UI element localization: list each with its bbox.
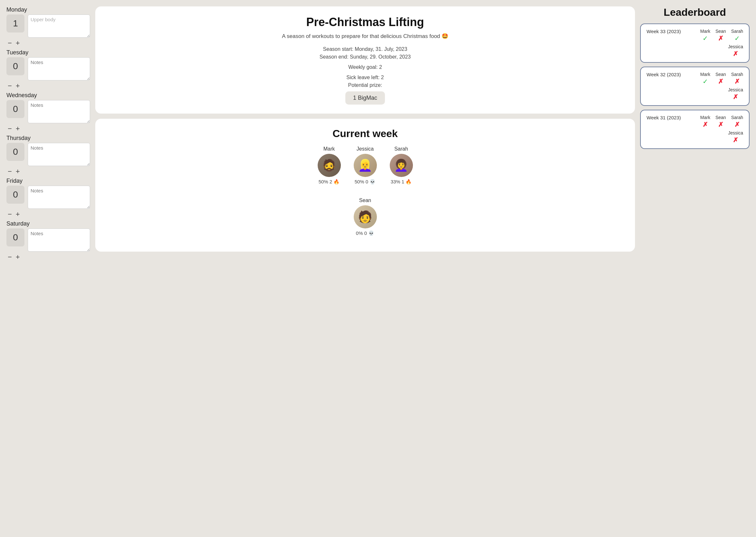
lb-col-jessica-1: Jessica ✗ bbox=[728, 87, 743, 101]
day-controls-1: 0 bbox=[6, 57, 90, 80]
increment-button-2[interactable]: + bbox=[16, 125, 20, 132]
lb-top-row-0: Mark ✓ Sean ✗ Sarah ✓ bbox=[684, 29, 743, 42]
increment-button-3[interactable]: + bbox=[16, 168, 20, 175]
lb-week-label-1: Week 32 (2023) bbox=[647, 72, 681, 77]
lb-col-sarah-1: Sarah ✗ bbox=[731, 72, 743, 85]
cw-member-name-2: Sarah bbox=[394, 146, 408, 152]
current-week-members: Mark 🧔 50% 2 🔥 Jessica 👱‍♀️ 50% 0 💀 Sara… bbox=[105, 146, 625, 236]
leaderboard-weeks: Week 33 (2023) Mark ✓ Sean ✗ Sarah ✓ bbox=[640, 23, 750, 149]
lb-week-row-1: Week 32 (2023) Mark ✓ Sean ✗ Sarah ✗ bbox=[647, 72, 743, 101]
day-label-0: Monday bbox=[6, 6, 90, 13]
day-controls-4: 0 bbox=[6, 186, 90, 209]
lb-col-mark-1: Mark ✓ bbox=[700, 72, 710, 85]
lb-col-jessica-0: Jessica ✗ bbox=[728, 44, 743, 58]
notes-textarea-2[interactable] bbox=[28, 100, 90, 123]
day-thursday: Thursday 0 − + bbox=[6, 135, 90, 175]
lb-week-row-0: Week 33 (2023) Mark ✓ Sean ✗ Sarah ✓ bbox=[647, 29, 743, 58]
lb-week-1: Week 32 (2023) Mark ✓ Sean ✗ Sarah ✗ bbox=[640, 66, 750, 106]
avatar-sean: 🧑 bbox=[354, 205, 377, 228]
prize-label: Potential prize: bbox=[105, 82, 625, 88]
season-title: Pre-Christmas Lifting bbox=[105, 16, 625, 29]
lb-col-sean-0: Sean ✗ bbox=[715, 29, 726, 42]
day-tuesday: Tuesday 0 − + bbox=[6, 49, 90, 90]
lb-week-0: Week 33 (2023) Mark ✓ Sean ✗ Sarah ✓ bbox=[640, 23, 750, 63]
cw-member-name-1: Jessica bbox=[357, 146, 374, 152]
current-week-card: Current week Mark 🧔 50% 2 🔥 Jessica 👱‍♀️… bbox=[95, 119, 635, 252]
lb-col-sean-1: Sean ✗ bbox=[715, 72, 726, 85]
cw-member-sarah: Sarah 👩‍🦱 33% 1 🔥 bbox=[390, 146, 413, 185]
decrement-button-4[interactable]: − bbox=[8, 211, 12, 218]
cw-member-stats-0: 50% 2 🔥 bbox=[318, 179, 340, 185]
cw-member-stats-3: 0% 0 💀 bbox=[356, 230, 374, 236]
day-stepper-3: − + bbox=[6, 168, 90, 175]
weekly-goal: Weekly goal: 2 bbox=[105, 64, 625, 70]
lb-week-label-2: Week 31 (2023) bbox=[647, 115, 681, 120]
decrement-button-5[interactable]: − bbox=[8, 254, 12, 261]
day-stepper-2: − + bbox=[6, 125, 90, 132]
middle-column: Pre-Christmas Lifting A season of workou… bbox=[95, 6, 635, 531]
lb-bottom-row-1: Jessica ✗ bbox=[684, 87, 743, 101]
lb-col-sean-2: Sean ✗ bbox=[715, 115, 726, 128]
day-label-3: Thursday bbox=[6, 135, 90, 142]
increment-button-0[interactable]: + bbox=[16, 40, 20, 47]
lb-week-2: Week 31 (2023) Mark ✗ Sean ✗ Sarah ✗ bbox=[640, 110, 750, 149]
lb-col-jessica-2: Jessica ✗ bbox=[728, 130, 743, 144]
lb-week-members-0: Mark ✓ Sean ✗ Sarah ✓ Jessica ✗ bbox=[684, 29, 743, 58]
current-week-title: Current week bbox=[105, 128, 625, 140]
notes-textarea-3[interactable] bbox=[28, 143, 90, 166]
lb-top-row-2: Mark ✗ Sean ✗ Sarah ✗ bbox=[684, 115, 743, 128]
day-count-5: 0 bbox=[6, 228, 24, 246]
decrement-button-1[interactable]: − bbox=[8, 82, 12, 90]
day-stepper-5: − + bbox=[6, 254, 90, 261]
notes-textarea-4[interactable] bbox=[28, 186, 90, 209]
cw-members-row1: Mark 🧔 50% 2 🔥 Jessica 👱‍♀️ 50% 0 💀 Sara… bbox=[105, 146, 625, 185]
right-column: Leaderboard Week 33 (2023) Mark ✓ Sean ✗… bbox=[640, 6, 750, 531]
day-saturday: Saturday 0 − + bbox=[6, 221, 90, 261]
sick-leave: Sick leave left: 2 bbox=[105, 75, 625, 80]
lb-week-label-0: Week 33 (2023) bbox=[647, 29, 681, 34]
decrement-button-3[interactable]: − bbox=[8, 168, 12, 175]
season-card: Pre-Christmas Lifting A season of workou… bbox=[95, 6, 635, 113]
lb-col-sarah-2: Sarah ✗ bbox=[731, 115, 743, 128]
day-label-2: Wednesday bbox=[6, 92, 90, 99]
lb-bottom-row-0: Jessica ✗ bbox=[684, 44, 743, 58]
day-label-1: Tuesday bbox=[6, 49, 90, 56]
day-wednesday: Wednesday 0 − + bbox=[6, 92, 90, 132]
lb-col-mark-0: Mark ✓ bbox=[700, 29, 710, 42]
increment-button-4[interactable]: + bbox=[16, 211, 20, 218]
day-count-0: 1 bbox=[6, 15, 24, 32]
lb-bottom-row-2: Jessica ✗ bbox=[684, 130, 743, 144]
increment-button-1[interactable]: + bbox=[16, 82, 20, 90]
lb-col-sarah-0: Sarah ✓ bbox=[731, 29, 743, 42]
day-count-2: 0 bbox=[6, 100, 24, 118]
day-count-4: 0 bbox=[6, 186, 24, 204]
lb-top-row-1: Mark ✓ Sean ✗ Sarah ✗ bbox=[684, 72, 743, 85]
day-label-5: Saturday bbox=[6, 221, 90, 227]
day-friday: Friday 0 − + bbox=[6, 178, 90, 218]
day-count-3: 0 bbox=[6, 143, 24, 161]
notes-textarea-1[interactable] bbox=[28, 57, 90, 80]
day-controls-2: 0 bbox=[6, 100, 90, 123]
lb-col-mark-2: Mark ✗ bbox=[700, 115, 710, 128]
day-controls-3: 0 bbox=[6, 143, 90, 166]
prize-value: 1 BigMac bbox=[345, 91, 385, 104]
season-description: A season of workouts to prepare for that… bbox=[105, 32, 625, 41]
notes-textarea-0[interactable]: Upper body bbox=[28, 15, 90, 38]
decrement-button-0[interactable]: − bbox=[8, 40, 12, 47]
decrement-button-2[interactable]: − bbox=[8, 125, 12, 132]
day-label-4: Friday bbox=[6, 178, 90, 185]
day-controls-5: 0 bbox=[6, 228, 90, 252]
day-stepper-0: − + bbox=[6, 40, 90, 47]
day-stepper-1: − + bbox=[6, 82, 90, 90]
increment-button-5[interactable]: + bbox=[16, 254, 20, 261]
cw-member-sean: Sean 🧑 0% 0 💀 bbox=[354, 197, 377, 236]
cw-member-stats-2: 33% 1 🔥 bbox=[391, 179, 412, 185]
notes-textarea-5[interactable] bbox=[28, 228, 90, 252]
lb-week-row-2: Week 31 (2023) Mark ✗ Sean ✗ Sarah ✗ bbox=[647, 115, 743, 144]
days-column: Monday 1 Upper body − + Tuesday 0 − + We… bbox=[6, 6, 90, 531]
cw-member-name-3: Sean bbox=[359, 197, 371, 203]
avatar-jessica: 👱‍♀️ bbox=[354, 154, 377, 177]
cw-member-jessica: Jessica 👱‍♀️ 50% 0 💀 bbox=[354, 146, 377, 185]
cw-member-name-0: Mark bbox=[323, 146, 335, 152]
day-controls-0: 1 Upper body bbox=[6, 15, 90, 38]
